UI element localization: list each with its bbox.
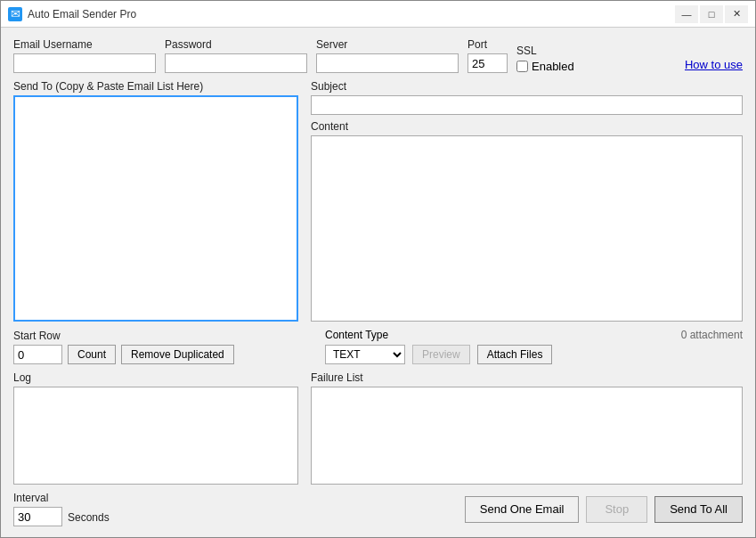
server-input[interactable] [316,53,459,73]
controls-left: Start Row Count Remove Duplicated [13,330,307,364]
start-row-group: Start Row [13,330,62,364]
title-bar: ✉ Auto Email Sender Pro — □ ✕ [1,1,755,28]
ssl-checkbox[interactable] [516,61,528,72]
send-to-label: Send To (Copy & Paste Email List Here) [13,80,298,93]
title-bar-left: ✉ Auto Email Sender Pro [8,7,136,21]
failure-col: Failure List [311,371,743,485]
failure-list-textarea[interactable] [311,387,743,485]
interval-label: Interval [13,492,62,504]
interval-col: Interval [13,492,62,526]
log-label: Log [13,371,298,384]
send-to-col: Send To (Copy & Paste Email List Here) [13,80,298,322]
email-username-input[interactable] [13,53,156,73]
content-type-bottom: TEXT HTML Preview Attach Files [325,345,743,364]
ssl-label: SSL [516,45,574,57]
title-controls: — □ ✕ [675,5,748,23]
remove-duplicated-button[interactable]: Remove Duplicated [121,345,234,364]
subject-input[interactable] [311,95,743,115]
password-group: Password [165,38,307,73]
how-to-use-link[interactable]: How to use [685,58,743,73]
send-to-textarea[interactable] [13,95,298,322]
attachment-label: 0 attachment [681,329,743,341]
subject-content-col: Subject Content [311,80,743,322]
password-input[interactable] [165,53,307,73]
main-content: Email Username Password Server Port SSL … [1,28,755,537]
window-title: Auto Email Sender Pro [28,8,136,20]
password-label: Password [165,38,307,51]
log-col: Log [13,371,298,485]
ssl-checkbox-row: Enabled [516,60,574,73]
interval-group: Interval Seconds [13,492,307,526]
content-type-select[interactable]: TEXT HTML [325,345,405,364]
start-row-input[interactable] [13,345,62,364]
ssl-enabled-label: Enabled [532,60,574,73]
stop-button: Stop [586,496,647,523]
close-button[interactable]: ✕ [725,5,748,23]
log-textarea[interactable] [13,387,298,485]
controls-row: Start Row Count Remove Duplicated Conten… [13,329,743,364]
content-label: Content [311,120,743,133]
bottom-row: Interval Seconds Send One Email Stop Sen… [13,492,743,526]
email-username-label: Email Username [13,38,156,51]
ssl-group: SSL Enabled [516,45,574,73]
seconds-label: Seconds [68,495,110,524]
content-type-label: Content Type [325,329,388,341]
port-input[interactable] [467,53,508,73]
attach-files-button[interactable]: Attach Files [477,345,553,364]
credentials-row: Email Username Password Server Port SSL … [13,38,743,73]
content-type-top: Content Type 0 attachment [325,329,743,341]
content-group: Content [311,120,743,322]
preview-button: Preview [412,345,470,364]
send-to-all-button[interactable]: Send To All [654,496,743,523]
app-window: ✉ Auto Email Sender Pro — □ ✕ Email User… [0,0,756,538]
controls-right: Content Type 0 attachment TEXT HTML Prev… [307,329,743,364]
port-label: Port [467,38,508,51]
count-button[interactable]: Count [68,345,116,364]
send-one-email-button[interactable]: Send One Email [465,496,580,523]
start-row-label: Start Row [13,330,62,342]
subject-label: Subject [311,80,743,93]
minimize-button[interactable]: — [675,5,698,23]
action-buttons: Send One Email Stop Send To All [307,496,743,523]
maximize-button[interactable]: □ [700,5,723,23]
email-username-group: Email Username [13,38,156,73]
port-group: Port [467,38,508,73]
log-row: Log Failure List [13,371,743,485]
failure-list-label: Failure List [311,371,743,384]
main-row: Send To (Copy & Paste Email List Here) S… [13,80,743,322]
interval-input[interactable] [13,507,62,526]
server-label: Server [316,38,459,51]
content-textarea[interactable] [311,135,743,322]
server-group: Server [316,38,459,73]
app-icon: ✉ [8,7,22,21]
subject-group: Subject [311,80,743,115]
